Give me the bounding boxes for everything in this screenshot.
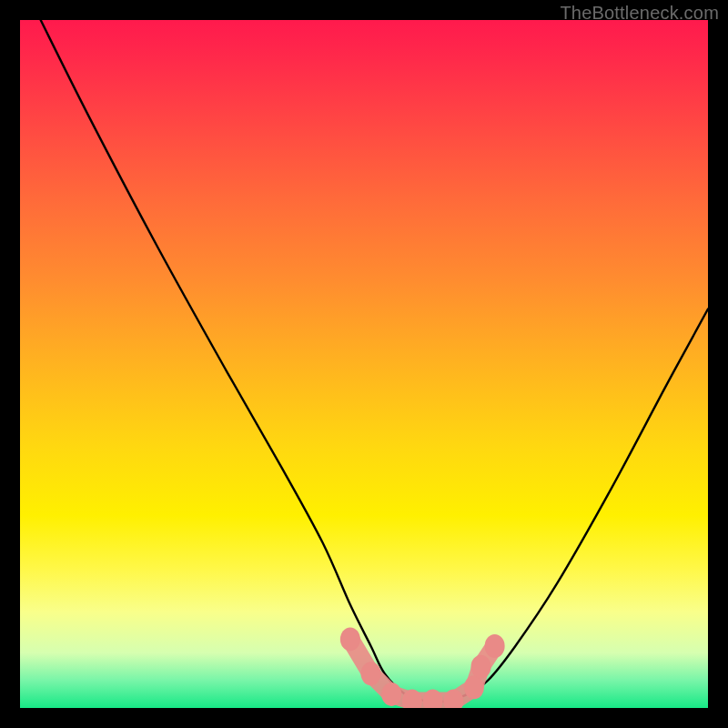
highlighted-points [340,627,505,708]
marker-dot [464,675,484,699]
watermark-text: TheBottleneck.com [560,3,719,24]
chart-svg [20,20,708,708]
marker-dot [361,662,381,685]
marker-dot [381,682,401,706]
marker-dot [485,634,505,658]
bottleneck-curve [41,20,708,702]
plot-area [20,20,708,708]
chart-frame: TheBottleneck.com [0,0,728,728]
marker-dot [471,655,491,679]
marker-dot [340,627,360,651]
